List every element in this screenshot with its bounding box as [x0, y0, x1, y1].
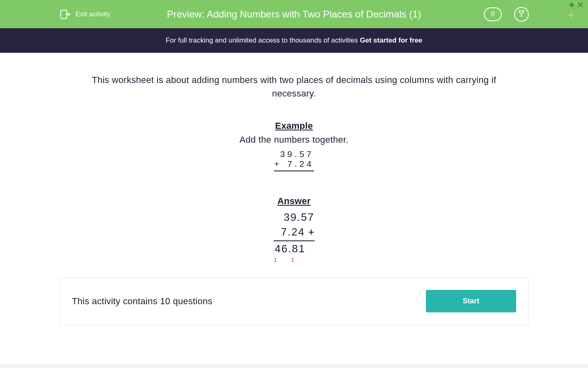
deco-dot-icon: [570, 3, 574, 7]
score-badge: 0: [484, 7, 502, 21]
deco-equals-icon: =: [577, 11, 584, 20]
main-content: This worksheet is about adding numbers w…: [0, 53, 588, 341]
page-title: Preview: Adding Numbers with Two Places …: [167, 9, 421, 20]
activity-card: This activity contains 10 questions Star…: [59, 277, 529, 325]
promo-banner: For full tracking and unlimited access t…: [0, 28, 588, 53]
header-right: 0: [484, 7, 529, 22]
answer-operator: +: [308, 226, 314, 238]
example-num2-row: + 7.24: [274, 159, 314, 171]
header-bar: Exit activity Preview: Adding Numbers wi…: [0, 0, 588, 28]
example-heading: Example: [59, 121, 529, 131]
answer-num2: 7.24: [274, 224, 305, 239]
answer-num2-row: 7.24 +: [274, 224, 314, 241]
trophy-button[interactable]: [514, 7, 529, 22]
trophy-icon: [517, 9, 526, 19]
answer-num1: 39.57: [274, 210, 314, 224]
intro-text: This worksheet is about adding numbers w…: [78, 73, 510, 100]
activity-count-text: This activity contains 10 questions: [72, 296, 212, 307]
start-button[interactable]: Start: [426, 290, 516, 312]
deco-plus-icon: +: [568, 11, 575, 20]
exit-activity-button[interactable]: Exit activity: [59, 9, 110, 20]
exit-activity-label: Exit activity: [76, 10, 110, 18]
answer-carry-row: 1 1: [274, 256, 314, 263]
footer-spacer: [0, 364, 588, 368]
answer-carry-1: 1: [274, 256, 277, 263]
decorative-math-symbols: ✕ + =: [568, 0, 584, 20]
answer-heading: Answer: [59, 196, 529, 206]
answer-working: 39.57 7.24 + 46.81 1 1: [274, 210, 314, 263]
example-num2-value: 7.24: [287, 159, 314, 169]
deco-multiply-icon: ✕: [577, 1, 584, 9]
promo-link[interactable]: Get started for free: [360, 36, 422, 45]
example-num1: 39.57: [274, 149, 314, 159]
example-operator: +: [274, 159, 281, 169]
exit-icon: [59, 9, 71, 20]
example-num1-value: 39.57: [280, 149, 314, 159]
answer-result: 46.81: [274, 241, 314, 256]
answer-carry-2: 1: [291, 256, 294, 263]
example-problem: 39.57 + 7.24: [274, 149, 314, 171]
promo-text: For full tracking and unlimited access t…: [166, 36, 358, 45]
example-instruction: Add the numbers together.: [59, 135, 529, 145]
